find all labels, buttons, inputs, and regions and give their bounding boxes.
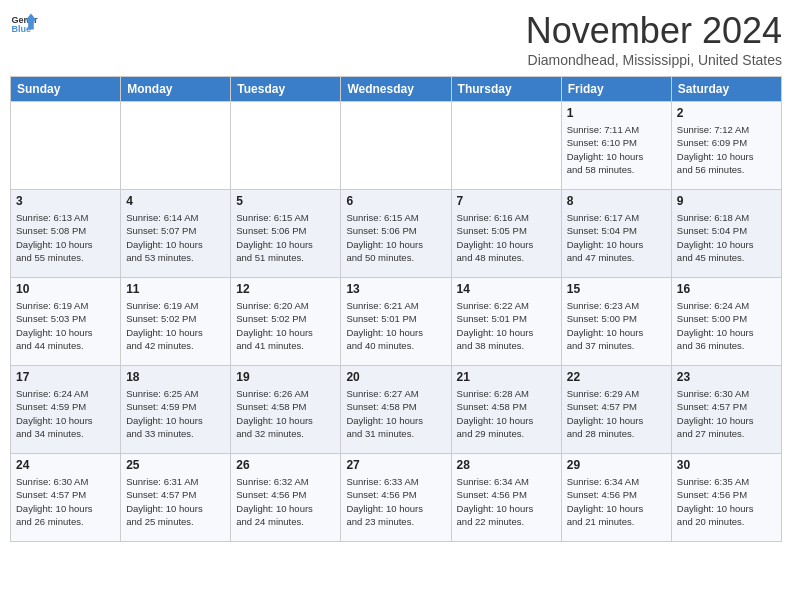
day-number: 24 xyxy=(16,458,115,472)
day-info: Sunrise: 7:11 AMSunset: 6:10 PMDaylight:… xyxy=(567,123,666,176)
logo: General Blue xyxy=(10,10,38,38)
day-number: 30 xyxy=(677,458,776,472)
calendar-cell: 21Sunrise: 6:28 AMSunset: 4:58 PMDayligh… xyxy=(451,366,561,454)
day-info: Sunrise: 6:24 AMSunset: 5:00 PMDaylight:… xyxy=(677,299,776,352)
weekday-header-sunday: Sunday xyxy=(11,77,121,102)
day-info: Sunrise: 6:29 AMSunset: 4:57 PMDaylight:… xyxy=(567,387,666,440)
day-info: Sunrise: 6:31 AMSunset: 4:57 PMDaylight:… xyxy=(126,475,225,528)
day-info: Sunrise: 6:30 AMSunset: 4:57 PMDaylight:… xyxy=(16,475,115,528)
calendar-cell: 23Sunrise: 6:30 AMSunset: 4:57 PMDayligh… xyxy=(671,366,781,454)
day-info: Sunrise: 6:28 AMSunset: 4:58 PMDaylight:… xyxy=(457,387,556,440)
calendar-week-2: 3Sunrise: 6:13 AMSunset: 5:08 PMDaylight… xyxy=(11,190,782,278)
day-number: 15 xyxy=(567,282,666,296)
calendar-cell: 10Sunrise: 6:19 AMSunset: 5:03 PMDayligh… xyxy=(11,278,121,366)
day-info: Sunrise: 6:19 AMSunset: 5:03 PMDaylight:… xyxy=(16,299,115,352)
calendar-cell: 7Sunrise: 6:16 AMSunset: 5:05 PMDaylight… xyxy=(451,190,561,278)
day-number: 27 xyxy=(346,458,445,472)
day-number: 3 xyxy=(16,194,115,208)
calendar-cell: 15Sunrise: 6:23 AMSunset: 5:00 PMDayligh… xyxy=(561,278,671,366)
weekday-header-tuesday: Tuesday xyxy=(231,77,341,102)
day-info: Sunrise: 6:33 AMSunset: 4:56 PMDaylight:… xyxy=(346,475,445,528)
day-number: 19 xyxy=(236,370,335,384)
day-info: Sunrise: 6:21 AMSunset: 5:01 PMDaylight:… xyxy=(346,299,445,352)
day-info: Sunrise: 6:32 AMSunset: 4:56 PMDaylight:… xyxy=(236,475,335,528)
calendar-cell: 29Sunrise: 6:34 AMSunset: 4:56 PMDayligh… xyxy=(561,454,671,542)
day-number: 4 xyxy=(126,194,225,208)
calendar-cell: 5Sunrise: 6:15 AMSunset: 5:06 PMDaylight… xyxy=(231,190,341,278)
calendar-cell: 4Sunrise: 6:14 AMSunset: 5:07 PMDaylight… xyxy=(121,190,231,278)
day-number: 5 xyxy=(236,194,335,208)
calendar-cell: 25Sunrise: 6:31 AMSunset: 4:57 PMDayligh… xyxy=(121,454,231,542)
calendar-cell: 1Sunrise: 7:11 AMSunset: 6:10 PMDaylight… xyxy=(561,102,671,190)
day-info: Sunrise: 6:34 AMSunset: 4:56 PMDaylight:… xyxy=(457,475,556,528)
calendar-cell: 20Sunrise: 6:27 AMSunset: 4:58 PMDayligh… xyxy=(341,366,451,454)
day-info: Sunrise: 6:18 AMSunset: 5:04 PMDaylight:… xyxy=(677,211,776,264)
month-title: November 2024 xyxy=(526,10,782,52)
day-number: 29 xyxy=(567,458,666,472)
weekday-header-friday: Friday xyxy=(561,77,671,102)
day-info: Sunrise: 6:22 AMSunset: 5:01 PMDaylight:… xyxy=(457,299,556,352)
calendar-cell: 11Sunrise: 6:19 AMSunset: 5:02 PMDayligh… xyxy=(121,278,231,366)
calendar-week-5: 24Sunrise: 6:30 AMSunset: 4:57 PMDayligh… xyxy=(11,454,782,542)
day-info: Sunrise: 6:34 AMSunset: 4:56 PMDaylight:… xyxy=(567,475,666,528)
calendar-week-4: 17Sunrise: 6:24 AMSunset: 4:59 PMDayligh… xyxy=(11,366,782,454)
weekday-header-saturday: Saturday xyxy=(671,77,781,102)
day-info: Sunrise: 6:14 AMSunset: 5:07 PMDaylight:… xyxy=(126,211,225,264)
weekday-header-row: SundayMondayTuesdayWednesdayThursdayFrid… xyxy=(11,77,782,102)
day-number: 25 xyxy=(126,458,225,472)
day-info: Sunrise: 6:16 AMSunset: 5:05 PMDaylight:… xyxy=(457,211,556,264)
title-block: November 2024 Diamondhead, Mississippi, … xyxy=(526,10,782,68)
calendar-cell xyxy=(451,102,561,190)
calendar-cell xyxy=(121,102,231,190)
page-header: General Blue November 2024 Diamondhead, … xyxy=(10,10,782,68)
calendar-cell: 3Sunrise: 6:13 AMSunset: 5:08 PMDaylight… xyxy=(11,190,121,278)
day-number: 12 xyxy=(236,282,335,296)
calendar-cell xyxy=(341,102,451,190)
day-number: 8 xyxy=(567,194,666,208)
calendar-week-1: 1Sunrise: 7:11 AMSunset: 6:10 PMDaylight… xyxy=(11,102,782,190)
day-info: Sunrise: 6:30 AMSunset: 4:57 PMDaylight:… xyxy=(677,387,776,440)
day-number: 11 xyxy=(126,282,225,296)
calendar-cell: 14Sunrise: 6:22 AMSunset: 5:01 PMDayligh… xyxy=(451,278,561,366)
day-info: Sunrise: 6:15 AMSunset: 5:06 PMDaylight:… xyxy=(236,211,335,264)
calendar-cell: 13Sunrise: 6:21 AMSunset: 5:01 PMDayligh… xyxy=(341,278,451,366)
day-info: Sunrise: 6:35 AMSunset: 4:56 PMDaylight:… xyxy=(677,475,776,528)
day-info: Sunrise: 6:17 AMSunset: 5:04 PMDaylight:… xyxy=(567,211,666,264)
day-number: 10 xyxy=(16,282,115,296)
day-number: 14 xyxy=(457,282,556,296)
day-number: 18 xyxy=(126,370,225,384)
calendar-cell: 24Sunrise: 6:30 AMSunset: 4:57 PMDayligh… xyxy=(11,454,121,542)
day-info: Sunrise: 6:19 AMSunset: 5:02 PMDaylight:… xyxy=(126,299,225,352)
calendar: SundayMondayTuesdayWednesdayThursdayFrid… xyxy=(10,76,782,542)
day-number: 13 xyxy=(346,282,445,296)
calendar-cell: 17Sunrise: 6:24 AMSunset: 4:59 PMDayligh… xyxy=(11,366,121,454)
calendar-cell: 8Sunrise: 6:17 AMSunset: 5:04 PMDaylight… xyxy=(561,190,671,278)
day-number: 2 xyxy=(677,106,776,120)
day-number: 23 xyxy=(677,370,776,384)
day-info: Sunrise: 7:12 AMSunset: 6:09 PMDaylight:… xyxy=(677,123,776,176)
day-info: Sunrise: 6:23 AMSunset: 5:00 PMDaylight:… xyxy=(567,299,666,352)
weekday-header-wednesday: Wednesday xyxy=(341,77,451,102)
calendar-cell: 19Sunrise: 6:26 AMSunset: 4:58 PMDayligh… xyxy=(231,366,341,454)
calendar-cell: 12Sunrise: 6:20 AMSunset: 5:02 PMDayligh… xyxy=(231,278,341,366)
day-number: 7 xyxy=(457,194,556,208)
calendar-cell: 22Sunrise: 6:29 AMSunset: 4:57 PMDayligh… xyxy=(561,366,671,454)
calendar-cell: 2Sunrise: 7:12 AMSunset: 6:09 PMDaylight… xyxy=(671,102,781,190)
calendar-cell: 27Sunrise: 6:33 AMSunset: 4:56 PMDayligh… xyxy=(341,454,451,542)
day-info: Sunrise: 6:25 AMSunset: 4:59 PMDaylight:… xyxy=(126,387,225,440)
day-info: Sunrise: 6:20 AMSunset: 5:02 PMDaylight:… xyxy=(236,299,335,352)
day-info: Sunrise: 6:24 AMSunset: 4:59 PMDaylight:… xyxy=(16,387,115,440)
day-number: 6 xyxy=(346,194,445,208)
day-info: Sunrise: 6:26 AMSunset: 4:58 PMDaylight:… xyxy=(236,387,335,440)
day-info: Sunrise: 6:27 AMSunset: 4:58 PMDaylight:… xyxy=(346,387,445,440)
day-info: Sunrise: 6:15 AMSunset: 5:06 PMDaylight:… xyxy=(346,211,445,264)
calendar-cell: 9Sunrise: 6:18 AMSunset: 5:04 PMDaylight… xyxy=(671,190,781,278)
day-number: 1 xyxy=(567,106,666,120)
svg-text:Blue: Blue xyxy=(11,24,31,34)
day-number: 22 xyxy=(567,370,666,384)
day-number: 20 xyxy=(346,370,445,384)
calendar-cell: 18Sunrise: 6:25 AMSunset: 4:59 PMDayligh… xyxy=(121,366,231,454)
weekday-header-thursday: Thursday xyxy=(451,77,561,102)
day-number: 28 xyxy=(457,458,556,472)
day-number: 9 xyxy=(677,194,776,208)
